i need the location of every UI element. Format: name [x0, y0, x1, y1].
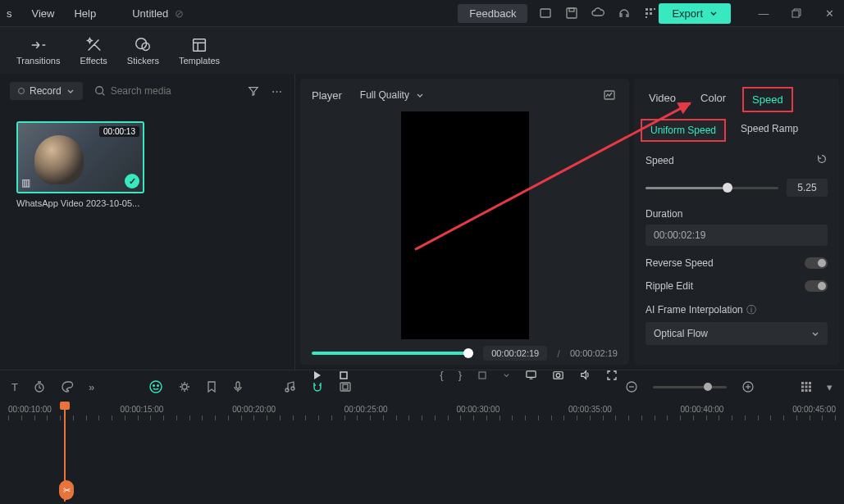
aspect-icon[interactable] — [339, 381, 352, 393]
svg-rect-3 — [646, 8, 648, 11]
magnet-icon[interactable] — [311, 380, 324, 393]
palette-icon[interactable] — [61, 380, 74, 393]
svg-rect-6 — [646, 12, 648, 15]
speed-slider[interactable] — [646, 187, 778, 189]
svg-rect-0 — [541, 9, 550, 17]
duration-input[interactable]: 00:00:02:19 — [646, 225, 828, 246]
more-icon[interactable]: ⋯ — [268, 83, 285, 99]
media-duration: 00:00:13 — [99, 126, 139, 137]
tab-effects[interactable]: Effects — [70, 33, 116, 69]
timeline-ruler[interactable]: 00:00:10:00 00:00:15:00 00:00:20:00 00:0… — [0, 403, 844, 428]
zoom-slider[interactable] — [653, 386, 727, 388]
text-tool-icon[interactable]: T — [11, 381, 18, 393]
tab-stickers[interactable]: Stickers — [117, 33, 169, 69]
ai-interp-label: AI Frame Interpolationⓘ — [646, 303, 828, 317]
zoom-in-icon[interactable] — [741, 380, 755, 393]
tab-color[interactable]: Color — [692, 87, 734, 112]
view-dropdown-icon[interactable]: ▾ — [827, 381, 833, 393]
mic-icon[interactable] — [232, 380, 244, 393]
current-time: 00:00:02:19 — [483, 346, 547, 361]
speed-label: Speed — [646, 155, 674, 166]
maximize-icon[interactable] — [788, 5, 805, 21]
feedback-button[interactable]: Feedback — [458, 4, 527, 23]
svg-rect-39 — [801, 382, 804, 384]
ripple-toggle[interactable] — [805, 280, 828, 292]
svg-rect-29 — [236, 382, 240, 388]
reverse-toggle[interactable] — [805, 257, 828, 269]
tab-speed[interactable]: Speed — [742, 87, 793, 112]
stop-icon[interactable] — [338, 370, 349, 381]
help-icon[interactable]: ⓘ — [746, 304, 756, 316]
ruler-mark: 00:00:30:00 — [456, 405, 500, 414]
svg-rect-9 — [792, 11, 799, 17]
reverse-label: Reverse Speed — [646, 257, 714, 269]
ai-face-icon[interactable] — [148, 379, 163, 394]
svg-point-26 — [153, 385, 155, 387]
svg-point-31 — [291, 387, 294, 390]
close-icon[interactable]: ✕ — [821, 5, 837, 21]
ruler-mark: 00:00:35:00 — [568, 405, 612, 414]
quality-select[interactable]: Full Quality — [354, 87, 431, 103]
cut-marker-icon[interactable]: ✂ — [59, 480, 74, 500]
search-input[interactable] — [111, 85, 234, 97]
sparkle-icon[interactable] — [178, 380, 191, 393]
grid-view-icon[interactable] — [801, 381, 812, 393]
waveform-icon[interactable] — [601, 87, 618, 103]
svg-point-15 — [95, 87, 103, 94]
bookmark-icon[interactable] — [206, 380, 217, 393]
media-item[interactable]: 00:00:13 ▥ ✓ WhatsApp Video 2023-10-05..… — [16, 121, 144, 208]
expand-icon[interactable]: » — [89, 381, 94, 393]
svg-rect-42 — [801, 386, 804, 388]
mark-out-icon[interactable]: } — [458, 369, 462, 381]
duration-label: Duration — [646, 208, 828, 220]
project-title: Untitled — [132, 7, 168, 20]
speed-value[interactable]: 5.25 — [787, 179, 828, 197]
subtab-speed-ramp[interactable]: Speed Ramp — [732, 119, 806, 142]
layout-icon[interactable] — [537, 5, 554, 21]
music-icon[interactable] — [283, 380, 296, 393]
tab-templates[interactable]: Templates — [169, 33, 230, 69]
snapshot-icon[interactable] — [552, 369, 564, 381]
play-icon[interactable] — [312, 370, 323, 381]
timeline-tracks[interactable]: ✂ — [0, 428, 844, 493]
svg-rect-20 — [527, 371, 536, 378]
video-viewport[interactable] — [300, 111, 629, 339]
media-name: WhatsApp Video 2023-10-05... — [16, 198, 144, 208]
qr-icon[interactable] — [642, 5, 659, 21]
svg-point-28 — [182, 384, 187, 389]
save-icon[interactable] — [563, 5, 580, 21]
display-icon[interactable] — [525, 369, 537, 381]
svg-rect-33 — [343, 384, 348, 389]
crop-chevron-icon[interactable] — [503, 371, 510, 379]
svg-rect-41 — [809, 382, 811, 384]
headphones-icon[interactable] — [616, 5, 632, 21]
svg-rect-44 — [809, 386, 811, 388]
svg-rect-4 — [650, 8, 652, 11]
time-separator: / — [557, 347, 560, 360]
mark-in-icon[interactable]: { — [440, 369, 443, 381]
volume-icon[interactable] — [579, 369, 591, 381]
zoom-out-icon[interactable] — [625, 380, 638, 393]
svg-point-30 — [285, 388, 289, 392]
properties-panel: Video Color Speed Uniform Speed Speed Ra… — [634, 79, 839, 365]
timer-icon[interactable] — [33, 380, 46, 393]
record-button[interactable]: Record — [10, 82, 83, 100]
svg-line-16 — [102, 93, 104, 96]
svg-rect-47 — [809, 389, 811, 392]
svg-point-10 — [136, 38, 147, 48]
ruler-mark: 00:00:40:00 — [681, 405, 724, 414]
export-button[interactable]: Export — [659, 3, 731, 24]
svg-rect-43 — [805, 386, 808, 388]
progress-slider[interactable] — [312, 352, 473, 355]
filter-icon[interactable] — [245, 83, 262, 99]
ai-interp-select[interactable]: Optical Flow — [646, 322, 828, 345]
svg-rect-46 — [805, 389, 808, 392]
tab-transitions[interactable]: Transitions — [7, 33, 70, 69]
ruler-mark: 00:00:15:00 — [121, 405, 164, 414]
reset-icon[interactable] — [816, 153, 828, 167]
cloud-icon[interactable] — [590, 5, 606, 21]
minimize-icon[interactable]: — — [755, 5, 772, 21]
fullscreen-icon[interactable] — [606, 370, 618, 381]
svg-rect-19 — [479, 372, 486, 379]
crop-icon[interactable] — [477, 370, 488, 381]
